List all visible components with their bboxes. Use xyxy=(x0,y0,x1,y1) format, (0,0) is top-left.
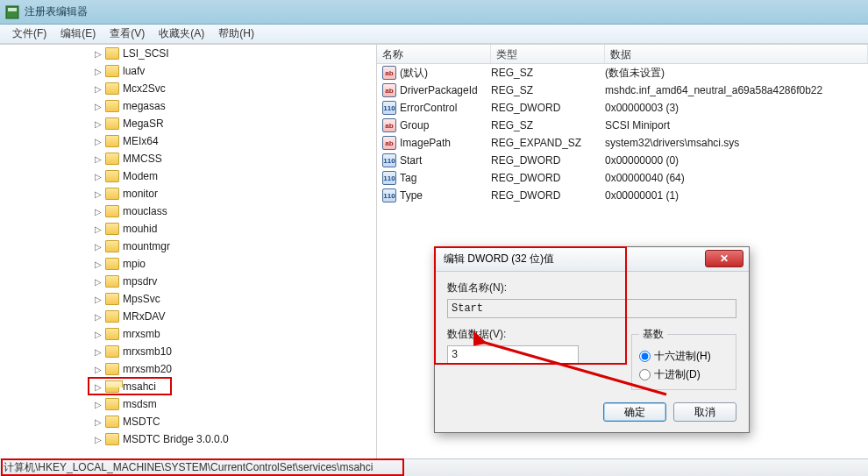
chevron-right-icon[interactable]: ▷ xyxy=(93,101,103,111)
chevron-right-icon[interactable]: ▷ xyxy=(93,224,103,234)
name-field xyxy=(447,299,736,318)
menu-help[interactable]: 帮助(H) xyxy=(211,25,261,43)
tree-item-msdtc[interactable]: ▷MSDTC xyxy=(0,413,376,430)
tree-item-label: mrxsmb10 xyxy=(123,345,172,358)
tree-item-megasr[interactable]: ▷MegaSR xyxy=(0,115,376,132)
value-data: SCSI Miniport xyxy=(605,119,868,131)
menu-file[interactable]: 文件(F) xyxy=(5,25,53,43)
tree-item-msdsm[interactable]: ▷msdsm xyxy=(0,395,376,413)
chevron-right-icon[interactable]: ▷ xyxy=(93,171,103,181)
data-label: 数值数据(V): xyxy=(447,327,623,342)
chevron-right-icon[interactable]: ▷ xyxy=(93,434,103,444)
tree-item-mmcss[interactable]: ▷MMCSS xyxy=(0,150,376,167)
col-header-name[interactable]: 名称 xyxy=(377,45,491,63)
tree-item-mrxsmb10[interactable]: ▷mrxsmb10 xyxy=(0,343,376,360)
list-row[interactable]: abImagePathREG_EXPAND_SZsystem32\drivers… xyxy=(377,134,868,152)
dialog-titlebar[interactable]: 编辑 DWORD (32 位)值 ✕ xyxy=(435,247,749,272)
menu-edit[interactable]: 编辑(E) xyxy=(53,25,103,43)
tree-item-mrxsmb[interactable]: ▷mrxsmb xyxy=(0,325,376,343)
tree-item-megasas[interactable]: ▷megasas xyxy=(0,97,376,115)
value-type: REG_EXPAND_SZ xyxy=(491,137,605,149)
chevron-right-icon[interactable]: ▷ xyxy=(93,399,103,409)
col-header-type[interactable]: 类型 xyxy=(491,45,605,63)
tree-item-label: MEIx64 xyxy=(123,135,159,147)
folder-icon xyxy=(105,363,119,375)
value-type: REG_SZ xyxy=(491,84,605,96)
tree-item-label: mrxsmb xyxy=(123,328,160,340)
base-group: 基数 十六进制(H) 十进制(D) xyxy=(631,327,736,390)
chevron-right-icon[interactable]: ▷ xyxy=(93,329,103,339)
chevron-right-icon[interactable]: ▷ xyxy=(93,416,103,427)
data-field[interactable] xyxy=(447,345,579,365)
tree-item-mountmgr[interactable]: ▷mountmgr xyxy=(0,238,376,255)
tree-item-lsi-scsi[interactable]: ▷LSI_SCSI xyxy=(0,45,376,62)
tree-item-msahci[interactable]: ▷msahci xyxy=(0,378,376,395)
tree-item-mouclass[interactable]: ▷mouclass xyxy=(0,202,376,220)
cancel-button[interactable]: 取消 xyxy=(673,402,736,422)
menu-view[interactable]: 查看(V) xyxy=(103,25,152,43)
radio-hex[interactable] xyxy=(639,351,651,362)
list-row[interactable]: ab(默认)REG_SZ(数值未设置) xyxy=(377,64,868,82)
tree-item-meix64[interactable]: ▷MEIx64 xyxy=(0,132,376,150)
close-icon[interactable]: ✕ xyxy=(705,250,743,267)
list-row[interactable]: abGroupREG_SZSCSI Miniport xyxy=(377,117,868,134)
tree-item-label: Mcx2Svc xyxy=(123,82,166,95)
tree-item-mpio[interactable]: ▷mpio xyxy=(0,255,376,273)
tree-item-modem[interactable]: ▷Modem xyxy=(0,167,376,185)
chevron-right-icon[interactable]: ▷ xyxy=(93,66,103,76)
chevron-right-icon[interactable]: ▷ xyxy=(93,118,103,129)
menu-favorites[interactable]: 收藏夹(A) xyxy=(152,25,211,43)
list-row[interactable]: 110TagREG_DWORD0x00000040 (64) xyxy=(377,169,868,187)
tree-item-mrxdav[interactable]: ▷MRxDAV xyxy=(0,308,376,325)
radio-dec-row[interactable]: 十进制(D) xyxy=(639,367,729,382)
statusbar: 计算机\HKEY_LOCAL_MACHINE\SYSTEM\CurrentCon… xyxy=(0,458,868,476)
tree-item-mpssvc[interactable]: ▷MpsSvc xyxy=(0,290,376,308)
chevron-right-icon[interactable]: ▷ xyxy=(93,346,103,357)
chevron-right-icon[interactable]: ▷ xyxy=(93,153,103,164)
folder-icon xyxy=(105,82,119,95)
chevron-right-icon[interactable]: ▷ xyxy=(93,206,103,217)
chevron-right-icon[interactable]: ▷ xyxy=(93,136,103,146)
tree-item-monitor[interactable]: ▷monitor xyxy=(0,185,376,202)
ok-button[interactable]: 确定 xyxy=(603,402,666,422)
folder-icon xyxy=(105,328,119,340)
value-data: system32\drivers\msahci.sys xyxy=(605,137,868,149)
string-value-icon: ab xyxy=(382,136,396,150)
chevron-right-icon[interactable]: ▷ xyxy=(93,276,103,287)
folder-icon xyxy=(105,240,119,252)
radio-dec[interactable] xyxy=(639,369,651,380)
radio-hex-row[interactable]: 十六进制(H) xyxy=(639,349,729,364)
chevron-right-icon[interactable]: ▷ xyxy=(93,381,103,392)
tree-item-luafv[interactable]: ▷luafv xyxy=(0,62,376,80)
tree-item-mouhid[interactable]: ▷mouhid xyxy=(0,220,376,238)
chevron-right-icon[interactable]: ▷ xyxy=(93,311,103,322)
list-row[interactable]: 110StartREG_DWORD0x00000000 (0) xyxy=(377,152,868,169)
folder-icon xyxy=(105,433,119,445)
list-row[interactable]: 110ErrorControlREG_DWORD0x00000003 (3) xyxy=(377,99,868,117)
chevron-right-icon[interactable]: ▷ xyxy=(93,188,103,199)
tree-item-msdtc-bridge-3-0-0-0[interactable]: ▷MSDTC Bridge 3.0.0.0 xyxy=(0,430,376,448)
list-row[interactable]: 110TypeREG_DWORD0x00000001 (1) xyxy=(377,187,868,204)
value-name: ImagePath xyxy=(400,137,491,149)
value-name: Start xyxy=(400,154,491,167)
titlebar: 注册表编辑器 xyxy=(0,0,868,25)
tree-item-mpsdrv[interactable]: ▷mpsdrv xyxy=(0,273,376,290)
col-header-data[interactable]: 数据 xyxy=(605,45,868,63)
chevron-right-icon[interactable]: ▷ xyxy=(93,364,103,374)
edit-dword-dialog: 编辑 DWORD (32 位)值 ✕ 数值名称(N): 数值数据(V): 基数 … xyxy=(434,246,750,433)
tree-pane[interactable]: ▷LSI_SCSI▷luafv▷Mcx2Svc▷megasas▷MegaSR▷M… xyxy=(0,45,377,458)
list-row[interactable]: abDriverPackageIdREG_SZmshdc.inf_amd64_n… xyxy=(377,82,868,99)
chevron-right-icon[interactable]: ▷ xyxy=(93,83,103,94)
tree-item-label: megasas xyxy=(123,100,166,112)
tree-item-mrxsmb20[interactable]: ▷mrxsmb20 xyxy=(0,360,376,378)
tree-item-label: monitor xyxy=(123,188,158,200)
tree-item-label: mouhid xyxy=(123,223,157,235)
list-header: 名称 类型 数据 xyxy=(377,45,868,64)
chevron-right-icon[interactable]: ▷ xyxy=(93,294,103,304)
chevron-right-icon[interactable]: ▷ xyxy=(93,259,103,269)
tree-item-mcx2svc[interactable]: ▷Mcx2Svc xyxy=(0,80,376,97)
value-name: Type xyxy=(400,189,491,202)
chevron-right-icon[interactable]: ▷ xyxy=(93,241,103,252)
chevron-right-icon[interactable]: ▷ xyxy=(93,48,103,59)
folder-icon xyxy=(105,135,119,147)
